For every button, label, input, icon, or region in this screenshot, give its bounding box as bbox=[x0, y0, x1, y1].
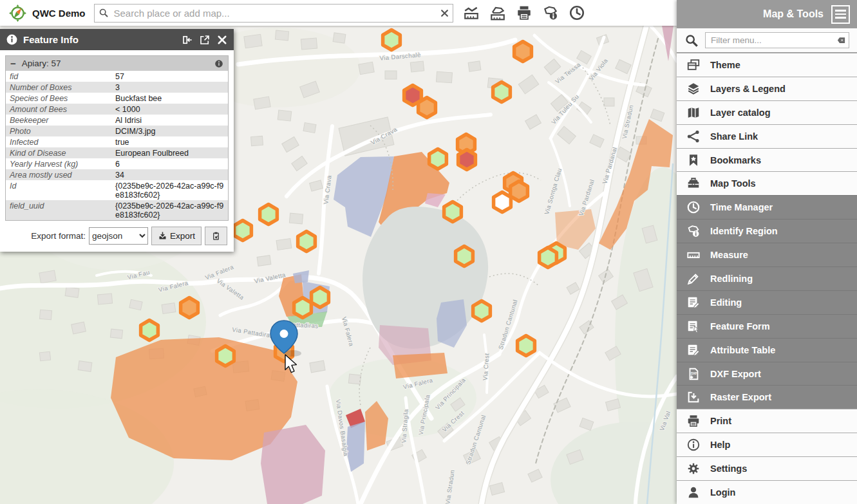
hamburger-menu-icon[interactable] bbox=[831, 5, 850, 24]
apiary-marker-orange[interactable] bbox=[181, 298, 198, 318]
svg-text:DXF: DXF bbox=[691, 372, 697, 375]
sidebar-item-label: Redlining bbox=[710, 274, 753, 284]
apiary-marker-orange[interactable] bbox=[514, 42, 532, 62]
sidebar-item-label: Help bbox=[710, 440, 730, 450]
apiary-marker-green[interactable] bbox=[473, 301, 491, 321]
measure-area-icon[interactable] bbox=[489, 5, 506, 21]
maximize-panel-icon[interactable] bbox=[199, 34, 211, 46]
layers-icon bbox=[686, 82, 701, 96]
attribute-table: fid57Number of Boxes3Species of BeesBuck… bbox=[6, 71, 228, 220]
search-box bbox=[94, 4, 453, 23]
filter-clear-icon[interactable] bbox=[836, 35, 846, 45]
sidebar-item-layers-legend[interactable]: Layers & Legend bbox=[677, 77, 857, 100]
dock-panel-icon[interactable] bbox=[182, 34, 193, 46]
sidebar-item-redlining[interactable]: Redlining bbox=[677, 266, 857, 290]
ruler-icon bbox=[686, 248, 701, 262]
dxf-icon: DXF bbox=[686, 367, 701, 381]
sidebar-menu: ThemeLayers & LegendLayer catalogShare L… bbox=[677, 53, 857, 504]
sidebar-item-label: Print bbox=[710, 416, 731, 426]
sidebar-item-login[interactable]: Login bbox=[677, 480, 857, 504]
apiary-marker-green[interactable] bbox=[456, 247, 473, 266]
copy-to-clipboard-button[interactable] bbox=[205, 227, 227, 245]
sidebar-item-raster-export[interactable]: Raster Export bbox=[677, 385, 857, 409]
attribute-label: Species of Bees bbox=[6, 93, 111, 104]
pencil-icon bbox=[686, 272, 701, 286]
apiary-marker-green[interactable] bbox=[217, 346, 234, 366]
measure-line-icon[interactable] bbox=[463, 5, 480, 21]
sidebar-item-print[interactable]: Print bbox=[677, 409, 857, 433]
apiary-marker-green[interactable] bbox=[383, 30, 400, 50]
sidebar-item-time-manager[interactable]: Time Manager bbox=[677, 195, 857, 219]
feature-info-header: Feature Info bbox=[0, 29, 234, 50]
sidebar-item-label: Attribute Table bbox=[710, 345, 775, 355]
compass-logo-icon bbox=[8, 4, 27, 23]
export-format-select[interactable]: geojson bbox=[89, 227, 148, 245]
sidebar-item-theme[interactable]: Theme bbox=[677, 53, 857, 77]
attribute-row: Species of BeesBuckfast bee bbox=[6, 93, 228, 104]
sidebar-item-map-tools[interactable]: Map Tools bbox=[677, 171, 857, 195]
apiary-marker-green[interactable] bbox=[429, 149, 447, 169]
sidebar-item-bookmarks[interactable]: Bookmarks bbox=[677, 148, 857, 172]
print-icon[interactable] bbox=[516, 5, 532, 21]
sidebar-item-dxf-export[interactable]: DXFDXF Export bbox=[677, 362, 857, 386]
sidebar-item-label: Login bbox=[710, 487, 735, 498]
attribute-value: 57 bbox=[111, 71, 228, 82]
sidebar-item-label: Share Link bbox=[710, 131, 758, 142]
feature-info-circle-icon[interactable] bbox=[214, 59, 223, 68]
sidebar-item-attribute-table[interactable]: Attribute Table bbox=[677, 338, 857, 362]
editform-icon bbox=[686, 343, 701, 357]
info-icon bbox=[686, 438, 701, 452]
apiary-marker-red[interactable] bbox=[458, 150, 476, 170]
sidebar-item-editing[interactable]: Editing bbox=[677, 290, 857, 314]
attribute-value: < 1000 bbox=[111, 104, 228, 115]
apiary-marker-orange[interactable] bbox=[419, 98, 436, 118]
sidebar-item-help[interactable]: Help bbox=[677, 433, 857, 456]
featureform-icon bbox=[686, 319, 701, 333]
apiary-marker-green[interactable] bbox=[312, 288, 329, 308]
sidebar-item-settings[interactable]: Settings bbox=[677, 456, 857, 480]
search-clear-icon[interactable] bbox=[440, 9, 449, 17]
apiary-marker-green[interactable] bbox=[260, 205, 278, 225]
filter-menu-input[interactable] bbox=[705, 32, 849, 48]
identify-region-icon[interactable] bbox=[542, 5, 559, 21]
sidebar-item-label: Layer catalog bbox=[710, 107, 771, 118]
attribute-value: 6 bbox=[111, 158, 228, 169]
attribute-row: PhotoDCIM/3.jpg bbox=[6, 126, 228, 136]
search-icon bbox=[99, 8, 109, 18]
collapse-icon[interactable]: − bbox=[10, 58, 16, 69]
close-panel-icon[interactable] bbox=[216, 34, 228, 46]
apiary-marker-white[interactable] bbox=[494, 192, 511, 212]
search-input[interactable] bbox=[113, 7, 437, 19]
apiary-marker-green[interactable] bbox=[518, 336, 535, 356]
attribute-row: Infectedtrue bbox=[6, 136, 228, 147]
sidebar-item-share-link[interactable]: Share Link bbox=[677, 124, 857, 148]
apiary-marker-orange[interactable] bbox=[511, 182, 528, 201]
attribute-label: Photo bbox=[6, 126, 111, 136]
sidebar-item-label: Editing bbox=[710, 297, 742, 308]
export-button[interactable]: Export bbox=[151, 227, 202, 245]
time-manager-icon[interactable] bbox=[569, 5, 585, 21]
apiary-marker-green[interactable] bbox=[493, 82, 511, 102]
attribute-value: true bbox=[111, 136, 228, 147]
apiary-marker-green[interactable] bbox=[540, 248, 557, 268]
sidebar-item-layer-catalog[interactable]: Layer catalog bbox=[677, 100, 857, 124]
apiary-marker-green[interactable] bbox=[234, 221, 252, 241]
attribute-label: Area mostly used bbox=[6, 169, 111, 180]
editform-icon bbox=[686, 295, 701, 310]
sidebar-item-identify-region[interactable]: Identify Region bbox=[677, 219, 857, 243]
sidebar-item-label: Raster Export bbox=[710, 392, 771, 402]
attribute-value: {0235be9c-2026-42ac-a99c-f9e8183fc602} bbox=[111, 180, 228, 200]
feature-info-panel: Feature Info − Apiary: 57 bbox=[0, 29, 234, 252]
sidebar-item-measure[interactable]: Measure bbox=[677, 243, 857, 266]
apiary-marker-green[interactable] bbox=[294, 298, 312, 318]
apiary-marker-green[interactable] bbox=[141, 321, 158, 341]
attribute-row: field_uuid{0235be9c-2026-42ac-a99c-f9e81… bbox=[6, 200, 228, 220]
attribute-row: Yearly Harvest (kg)6 bbox=[6, 158, 228, 169]
sidebar-item-label: Layers & Legend bbox=[710, 84, 786, 94]
attribute-row: Area mostly used34 bbox=[6, 169, 228, 180]
sidebar-item-feature-form[interactable]: Feature Form bbox=[677, 314, 857, 338]
attribute-row: Number of Boxes3 bbox=[6, 82, 228, 93]
apiary-marker-green[interactable] bbox=[298, 232, 315, 252]
apiary-marker-green[interactable] bbox=[444, 202, 462, 222]
feature-section-header[interactable]: − Apiary: 57 bbox=[6, 56, 228, 71]
